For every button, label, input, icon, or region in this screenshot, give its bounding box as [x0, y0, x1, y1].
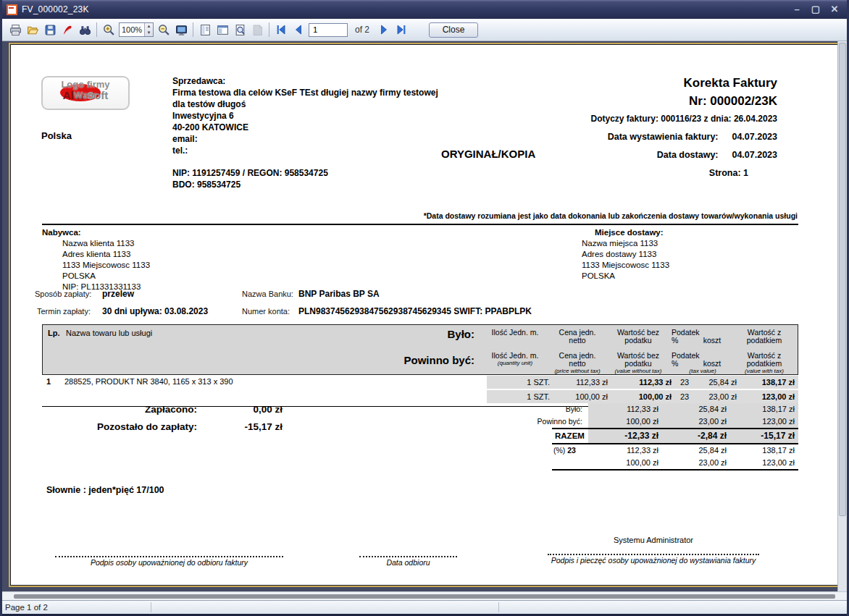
zoom-in-button[interactable] — [100, 21, 117, 38]
status-separator — [151, 602, 151, 612]
signature-date: Data odbioru — [359, 547, 457, 567]
bank-name-label: Nazwa Banku: — [242, 290, 293, 298]
delivery-place-country: POLSKA — [582, 271, 669, 282]
next-page-button[interactable] — [375, 21, 393, 38]
watermark-button — [248, 21, 266, 38]
payment-totals: Zapłacono: 0,00 zł Pozostało do zapłaty:… — [65, 404, 283, 432]
close-button[interactable]: Close — [429, 22, 478, 38]
thumbnails-icon — [217, 24, 229, 36]
item-lp: 1 — [46, 377, 51, 386]
window-title: FV_000002_23K — [22, 4, 89, 14]
zoom-level-input[interactable]: 100% ▲▼ — [119, 22, 154, 37]
vertical-scrollbar-thumb[interactable] — [839, 43, 846, 516]
horizontal-scrollbar-thumb[interactable] — [14, 594, 835, 599]
first-page-button[interactable] — [272, 21, 290, 38]
minimize-icon[interactable]: – — [787, 3, 806, 16]
payment-term-label: Termin zapłaty: — [37, 307, 91, 316]
should-row-label: Powinno być: — [404, 354, 475, 366]
buyer-block: Nabywca: Nazwa klienta 1133 Adres klient… — [42, 227, 150, 292]
zoom-out-icon — [158, 24, 170, 36]
toolbar: 100% ▲▼ of 2 Close — [2, 19, 847, 41]
logo-overlay-line2: Wzór — [43, 90, 128, 101]
seller-block: Sprzedawca: Firma testowa dla celów KSeF… — [172, 75, 438, 190]
page-setup-button[interactable] — [196, 21, 214, 38]
page-count-label: of 2 — [355, 25, 369, 35]
invoice-reference: Dotyczy faktury: 000116/23 z dnia: 26.04… — [591, 114, 777, 124]
close-window-icon[interactable]: ✕ — [825, 3, 844, 16]
toolbar-separator — [96, 22, 97, 37]
save-button[interactable] — [41, 21, 59, 38]
account-number-value: PLN9837456293847562938745629345 SWIFT: P… — [298, 306, 532, 316]
printer-icon — [9, 24, 22, 36]
find-button[interactable] — [76, 21, 93, 38]
col-tax-header: Podatek — [670, 329, 735, 337]
pdf-icon — [62, 24, 74, 36]
delivery-place-city: 1133 Miejscowosc 1133 — [582, 260, 669, 271]
due-value: -15,17 zł — [197, 421, 283, 432]
header-divider — [42, 224, 798, 225]
summary-was-label: Było: — [494, 403, 588, 415]
signature-date-caption: Data odbioru — [359, 558, 457, 567]
delivery-place-name: Nazwa miejsca 1133 — [582, 238, 669, 249]
issue-date-label: Data wystawienia faktury: — [608, 132, 719, 142]
seller-name-line1: Firma testowa dla celów KSeF TEst długie… — [172, 87, 438, 98]
seller-name-line2: dla testów długoś — [172, 98, 438, 110]
page-setup-icon — [199, 24, 212, 36]
fit-screen-button[interactable] — [172, 21, 190, 38]
signature-recipient-caption: Podpis osoby upoważnionej do odbioru fak… — [55, 558, 283, 567]
preview-icon — [234, 24, 246, 36]
buyer-country: POLSKA — [62, 271, 150, 282]
buyer-city: 1133 Miejscowosc 1133 — [62, 260, 150, 271]
items-rows: 1 288525, PRODUKT NR 3840, 1165 x 313 x … — [42, 376, 798, 407]
original-copy-label: ORYGINAŁ/KOPIA — [441, 148, 535, 160]
open-button[interactable] — [24, 21, 41, 38]
first-page-icon — [275, 24, 287, 35]
vertical-scrollbar[interactable] — [837, 41, 847, 591]
item-name: 288525, PRODUKT NR 3840, 1165 x 313 x 39… — [64, 377, 233, 386]
summary-total-row: RAZEM -12,33 zł -2,84 zł -15,17 zł — [552, 428, 798, 444]
last-page-button[interactable] — [393, 21, 410, 38]
page-status: Page 1 of 2 — [5, 603, 48, 612]
seller-phone: tel.: — [172, 145, 438, 156]
items-table-header: Lp. Nazwa towaru lub usługi Było: Ilość … — [42, 324, 798, 375]
page-label: Strona: — [709, 168, 741, 178]
document-page: Alta-Soft Logo firmy Wzór Polska Sprzeda… — [10, 44, 839, 586]
paid-value: 0,00 zł — [197, 404, 283, 415]
save-icon — [44, 24, 57, 36]
pdf-export-button[interactable] — [59, 21, 76, 38]
amount-in-words: Słownie : jeden*pięć 17/100 — [46, 485, 164, 495]
delivery-footnote: *Data dostawy rozumiana jest jako data d… — [42, 211, 798, 220]
seller-street: Inwestycyjna 6 — [172, 110, 438, 122]
seller-nip: NIP: 1191257459 / REGON: 958534725 — [172, 167, 438, 179]
zoom-out-button[interactable] — [155, 21, 172, 38]
delivery-place-block: Miejsce dostawy: Nazwa miejsca 1133 Adre… — [573, 227, 669, 282]
horizontal-scrollbar[interactable] — [2, 591, 847, 600]
seller-country: Polska — [41, 130, 72, 141]
preview-button[interactable] — [231, 21, 248, 38]
zoom-in-icon — [103, 24, 115, 36]
signature-line — [359, 547, 457, 557]
delivery-place-address: Adres dostawy 1133 — [582, 249, 669, 260]
thumbnails-button[interactable] — [214, 21, 231, 38]
prev-page-button[interactable] — [290, 21, 307, 38]
signature-issuer-caption: Podpis i pieczęć osoby upoważnionej do w… — [548, 556, 759, 565]
signature-line — [548, 545, 759, 555]
issuer-name: Systemu Administrator — [548, 536, 759, 544]
bank-name-value: BNP Paribas BP SA — [298, 289, 380, 299]
zoom-level-value: 100% — [120, 23, 144, 36]
seller-city: 40-200 KATOWICE — [172, 122, 438, 133]
next-page-icon — [378, 24, 390, 35]
signature-recipient: Podpis osoby upoważnionej do odbioru fak… — [55, 547, 283, 567]
watermark-icon — [251, 24, 264, 36]
page-value: 1 — [743, 168, 748, 178]
maximize-icon[interactable]: ▢ — [806, 3, 825, 16]
zoom-spinner-arrows[interactable]: ▲▼ — [144, 23, 153, 36]
summary-vat-rows: (%) 23 112,33 zł 25,84 zł 138,17 zł 100,… — [552, 444, 798, 471]
invoice-title: Korekta Faktury — [591, 74, 777, 92]
print-button[interactable] — [7, 21, 24, 38]
app-icon — [7, 4, 17, 15]
col-lp-header: Lp. — [48, 329, 60, 337]
delivery-date-value: 04.07.2023 — [721, 150, 777, 160]
was-row-label: Było: — [448, 328, 475, 340]
page-number-input[interactable] — [309, 23, 348, 37]
